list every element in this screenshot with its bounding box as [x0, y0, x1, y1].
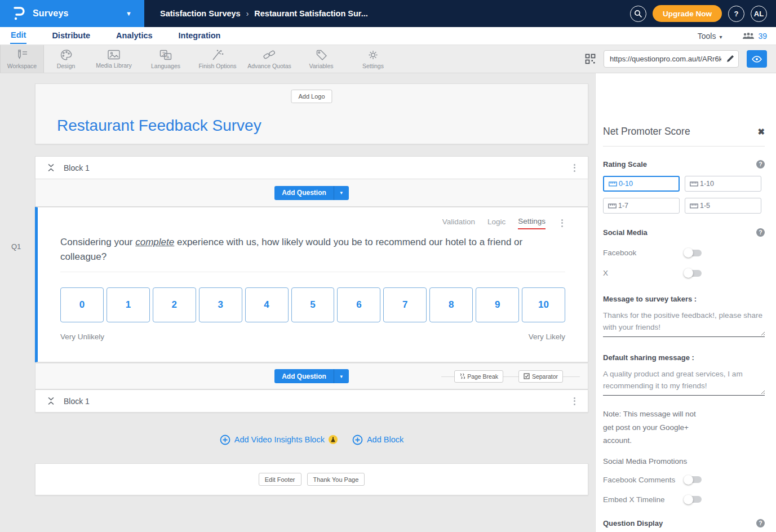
embed-x-timeline-toggle[interactable] — [685, 496, 702, 503]
nps-option-3[interactable]: 3 — [199, 287, 242, 322]
add-logo-button[interactable]: Add Logo — [291, 90, 332, 103]
block-header: Block 1 — [35, 156, 588, 179]
tab-analytics[interactable]: Analytics — [116, 29, 153, 43]
resize-handle-icon[interactable] — [760, 330, 765, 335]
nps-right-label: Very Likely — [529, 333, 565, 341]
help-icon[interactable]: ? — [756, 228, 765, 237]
facebook-comments-toggle[interactable] — [685, 476, 702, 483]
toolbar-item-languages[interactable]: 文 A Languages — [140, 45, 192, 73]
question-text[interactable]: Considering your complete experience wit… — [60, 235, 565, 264]
nps-option-8[interactable]: 8 — [429, 287, 473, 322]
search-button[interactable] — [630, 6, 646, 22]
breadcrumb-survey[interactable]: Restaurant Satisfaction Sur... — [254, 9, 367, 18]
qr-code-button[interactable] — [585, 54, 596, 64]
nps-scale: 0 1 2 3 4 5 6 7 8 9 10 — [60, 287, 565, 322]
edit-footer-button[interactable]: Edit Footer — [259, 473, 301, 486]
tab-logic[interactable]: Logic — [487, 218, 505, 229]
plus-circle-icon — [352, 435, 363, 445]
nps-option-6[interactable]: 6 — [337, 287, 380, 322]
x-toggle[interactable] — [685, 270, 702, 277]
product-switcher[interactable]: Surveys ▼ — [0, 0, 144, 27]
help-button[interactable]: ? — [728, 6, 744, 22]
rating-scale-options: 0-10 1-10 1-7 1-5 — [603, 176, 765, 214]
edit-url-button[interactable] — [726, 54, 735, 63]
tab-validation[interactable]: Validation — [442, 218, 475, 229]
toolbar-item-settings[interactable]: Settings — [347, 45, 399, 73]
block-header: Block 1 — [35, 389, 588, 413]
block-menu-button[interactable] — [571, 161, 578, 174]
collapse-block-button[interactable] — [45, 163, 57, 172]
survey-canvas: Q1 Add Logo Restaurant Feedback Survey B… — [0, 73, 595, 532]
separator-button[interactable]: Separator — [518, 370, 563, 383]
tab-integration[interactable]: Integration — [178, 29, 221, 43]
add-question-dropdown-button[interactable]: ▾ — [334, 369, 349, 383]
add-video-insights-block-button[interactable]: Add Video Insights Block — [220, 435, 338, 445]
page-break-button[interactable]: Page Break — [454, 370, 503, 383]
question-toolbar: Validation Logic Settings — [60, 216, 565, 229]
add-block-row: Add Video Insights Block Add Block — [35, 428, 588, 451]
nps-option-2[interactable]: 2 — [153, 287, 196, 322]
message-to-takers-textarea[interactable]: Thanks for the positive feedback!, pleas… — [603, 309, 765, 337]
preview-button[interactable] — [747, 50, 767, 68]
toolbar-item-design[interactable]: Design — [44, 45, 88, 73]
nps-option-7[interactable]: 7 — [383, 287, 427, 322]
toolbar-item-workspace[interactable]: Workspace — [0, 45, 44, 73]
scale-option-1-5[interactable]: 1-5 — [685, 198, 761, 214]
add-question-button[interactable]: Add Question — [274, 186, 334, 200]
block-name[interactable]: Block 1 — [64, 397, 90, 406]
close-icon[interactable]: ✖ — [757, 127, 765, 137]
plus-circle-icon — [220, 435, 230, 445]
nav-right: Tools▾ 39 — [698, 32, 767, 41]
add-question-dropdown-button[interactable]: ▾ — [334, 186, 349, 200]
scale-option-0-10[interactable]: 0-10 — [603, 176, 680, 192]
nps-option-10[interactable]: 10 — [522, 287, 565, 322]
gear-icon — [367, 49, 379, 61]
tab-settings[interactable]: Settings — [518, 217, 546, 229]
nps-option-0[interactable]: 0 — [60, 287, 104, 322]
block-name[interactable]: Block 1 — [64, 163, 90, 172]
help-icon[interactable]: ? — [756, 160, 765, 169]
nps-option-4[interactable]: 4 — [245, 287, 289, 322]
top-actions: Upgrade Now ? AL — [630, 5, 776, 22]
breadcrumb-folder[interactable]: Satisfaction Surveys — [160, 9, 241, 18]
nps-option-1[interactable]: 1 — [107, 287, 150, 322]
resize-handle-icon[interactable] — [760, 389, 765, 394]
add-question-button[interactable]: Add Question — [274, 369, 334, 383]
default-sharing-textarea[interactable]: A quality product and great services, I … — [603, 368, 765, 396]
facebook-toggle[interactable] — [685, 250, 702, 256]
toolbar-item-advance-quotas[interactable]: Advance Quotas — [243, 45, 295, 73]
toolbar-item-media-library[interactable]: Media Library — [88, 45, 140, 73]
editor-toolbar: Workspace Design Media Library 文 A Langu — [0, 45, 776, 73]
question-menu-button[interactable] — [559, 216, 565, 229]
panel-divider — [603, 146, 765, 147]
chevron-down-icon: ▾ — [719, 34, 722, 40]
scale-option-1-10[interactable]: 1-10 — [685, 176, 761, 192]
avatar[interactable]: AL — [751, 6, 767, 22]
tab-distribute[interactable]: Distribute — [51, 29, 91, 43]
survey-url-input[interactable] — [604, 50, 739, 68]
upgrade-now-button[interactable]: Upgrade Now — [653, 5, 722, 22]
question-number-label: Q1 — [11, 242, 21, 251]
collaborators[interactable]: 39 — [742, 32, 767, 41]
add-block-button[interactable]: Add Block — [352, 435, 403, 445]
question-card[interactable]: Validation Logic Settings Considering yo… — [35, 207, 588, 362]
block-menu-button[interactable] — [571, 394, 578, 407]
tools-menu[interactable]: Tools▾ — [698, 32, 722, 41]
survey-title[interactable]: Restaurant Feedback Survey — [57, 117, 261, 135]
add-question-split-button: Add Question ▾ — [274, 186, 349, 200]
thank-you-page-button[interactable]: Thank You Page — [307, 473, 365, 486]
tag-icon — [315, 49, 328, 61]
collapse-block-button[interactable] — [45, 397, 57, 405]
x-toggle-label: X — [603, 269, 685, 277]
question-text-emphasis: complete — [135, 237, 174, 247]
help-icon[interactable]: ? — [756, 519, 765, 527]
tab-edit[interactable]: Edit — [10, 28, 26, 44]
scale-option-1-7[interactable]: 1-7 — [603, 198, 680, 214]
default-sharing-label: Default sharing message : — [603, 353, 694, 362]
toolbar-item-variables[interactable]: Variables — [295, 45, 347, 73]
pencil-icon — [726, 54, 735, 63]
main-nav: Edit Distribute Analytics Integration To… — [0, 27, 776, 45]
nps-option-5[interactable]: 5 — [291, 287, 335, 322]
toolbar-item-finish-options[interactable]: Finish Options — [192, 45, 243, 73]
nps-option-9[interactable]: 9 — [476, 287, 519, 322]
